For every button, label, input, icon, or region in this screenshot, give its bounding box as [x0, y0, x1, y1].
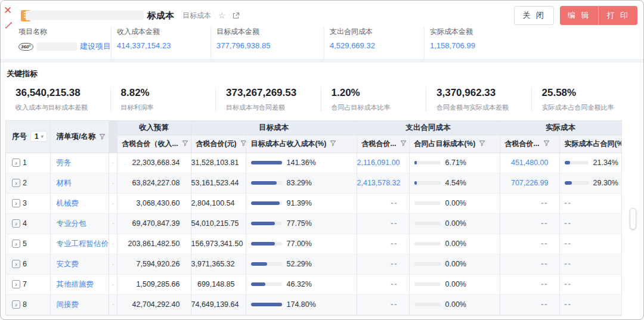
kpi-item: 8.82%目标利润率 — [110, 87, 216, 112]
metric-value[interactable]: 414,337,154.23 — [117, 41, 210, 50]
filter-icon[interactable] — [182, 140, 188, 147]
group-header-actual: 实际成本 — [500, 121, 621, 135]
kpi-value: 36,540,215.38 — [16, 87, 110, 99]
row-expand-icon[interactable]: › — [12, 280, 20, 288]
actual-pct-cell: -- — [559, 193, 621, 213]
filter-icon[interactable] — [400, 140, 407, 147]
percent-value: 4.54% — [445, 179, 466, 187]
item-name-link[interactable]: 间接费 — [57, 300, 79, 309]
project-label: 项目名称 — [18, 27, 111, 37]
project-name-link[interactable]: 建设项目 — [80, 41, 111, 52]
filter-icon[interactable] — [330, 140, 336, 147]
percent-value: 0.00% — [445, 280, 466, 288]
row-expand-icon[interactable]: › — [12, 199, 20, 207]
row-number: 5 — [23, 240, 27, 248]
item-name-link[interactable]: 专业工程暂估价 — [57, 240, 109, 248]
metric-value[interactable]: 1,158,706.99 — [430, 41, 643, 50]
progress-bar — [251, 161, 282, 164]
seq-column-header: 序号 1▼ — [6, 121, 50, 153]
percent-value: 29.30% — [593, 179, 618, 187]
kpi-value: 8.82% — [121, 87, 216, 99]
empty-value-dash: -- — [541, 260, 548, 268]
actual-pct-cell: -- — [559, 213, 621, 234]
target-amount-cell: 74,649,139.64 — [191, 294, 246, 315]
filter-icon[interactable] — [99, 133, 106, 140]
subheader-target-pct: 目标成本占收入成本(%) — [246, 135, 357, 153]
contract-amount-cell: 2,413,578.32 — [357, 173, 409, 193]
project-360-icon[interactable]: 360° — [18, 43, 33, 51]
income-amount-cell: 7,594,920.26 — [117, 254, 191, 274]
amount-link[interactable]: 2,413,578.32 — [357, 179, 401, 187]
edit-button[interactable]: 编 辑 — [560, 6, 599, 25]
vertical-scrollbar-thumb[interactable] — [630, 208, 636, 229]
item-name-link[interactable]: 材料 — [57, 179, 72, 187]
progress-bar — [414, 222, 441, 225]
actual-amount-cell: -- — [500, 193, 559, 213]
item-name-link[interactable]: 机械费 — [57, 199, 79, 207]
summary-metric: 收入成本金额 414,337,154.23 — [111, 27, 210, 59]
cost-detail-window: ✕ 标成本 目标成本 ☆ 关 闭 编 辑 打 印 项目名称 360° — [0, 0, 644, 320]
expand-diagonal-icon[interactable] — [5, 21, 13, 32]
empty-value-dash: -- — [541, 219, 548, 228]
item-name-link[interactable]: 专业分包 — [57, 219, 86, 228]
empty-value-dash: -- — [541, 300, 548, 309]
seq-cell: ›7 — [6, 274, 50, 294]
favorite-star-icon[interactable]: ☆ — [218, 11, 226, 20]
filter-icon[interactable] — [479, 140, 485, 147]
target-pct-cell: 83.29% — [246, 173, 357, 193]
redacted-title-block — [26, 11, 144, 20]
progress-bar — [251, 181, 282, 185]
percent-value: 46.32% — [287, 280, 312, 288]
page-subtitle: 目标成本 — [182, 11, 211, 21]
progress-bar — [565, 161, 589, 164]
contract-amount-cell: -- — [357, 213, 409, 234]
kpi-value: 373,267,269.53 — [226, 87, 321, 99]
row-number: 8 — [23, 300, 27, 309]
item-name-link[interactable]: 其他措施费 — [57, 280, 94, 288]
contract-pct-cell: 0.00% — [409, 254, 500, 274]
progress-bar — [251, 262, 282, 266]
row-expand-icon[interactable]: › — [12, 159, 20, 167]
print-button[interactable]: 打 印 — [598, 6, 637, 25]
row-expand-icon[interactable]: › — [12, 219, 20, 228]
progress-bar — [414, 161, 441, 164]
row-expand-icon[interactable]: › — [12, 260, 20, 268]
amount-link[interactable]: 2,116,091.00 — [357, 159, 400, 167]
amount-link[interactable]: 451,480.00 — [511, 159, 549, 167]
kpi-label: 合同金额与实际成本差额 — [436, 103, 531, 112]
filter-icon[interactable] — [240, 140, 246, 147]
edit-print-button-group: 编 辑 打 印 — [560, 6, 637, 25]
kpi-item: 3,370,962.33合同金额与实际成本差额 — [426, 87, 531, 112]
group-header-contract: 支出合同成本 — [357, 121, 500, 135]
collapsed-column-cell: · — [109, 173, 117, 193]
table-row: ›3机械费·3,068,430.602,804,100.5491.39%--0.… — [6, 193, 621, 213]
close-icon[interactable]: ✕ — [4, 5, 12, 15]
metric-value[interactable]: 4,529,669.32 — [330, 41, 424, 50]
subheader-income-amount: 含税合价（收入... — [117, 135, 191, 153]
metric-value[interactable]: 377,796,938.85 — [216, 41, 324, 50]
edge-icon-strip: ✕ — [1, 1, 16, 48]
summary-metric: 实际成本金额 1,158,706.99 — [424, 27, 643, 59]
progress-bar — [414, 181, 441, 185]
item-name-link[interactable]: 安文费 — [57, 260, 79, 268]
row-expand-icon[interactable]: › — [12, 300, 20, 309]
row-number: 7 — [23, 280, 27, 288]
target-pct-cell: 77.75% — [246, 213, 357, 234]
close-button[interactable]: 关 闭 — [514, 6, 554, 25]
seq-level-dropdown[interactable]: 1▼ — [30, 131, 47, 142]
kpi-section: 关键指标 36,540,215.38收入成本与目标成本差额8.82%目标利润率3… — [1, 63, 643, 116]
item-name-link[interactable]: 劳务 — [57, 159, 72, 167]
seq-cell: ›6 — [6, 254, 50, 274]
income-amount-cell: 203,861,482.50 — [117, 234, 191, 254]
empty-value-dash: -- — [541, 240, 548, 248]
filter-icon[interactable] — [543, 140, 550, 147]
row-expand-icon[interactable]: › — [12, 179, 20, 187]
external-link-icon[interactable] — [232, 12, 240, 20]
target-amount-cell: 31,528,103.81 — [191, 153, 246, 173]
row-expand-icon[interactable]: › — [12, 240, 20, 248]
amount-link[interactable]: 707,226.99 — [511, 179, 549, 187]
target-amount-cell: 53,161,523.44 — [191, 173, 246, 193]
progress-bar — [251, 282, 282, 286]
seq-cell: ›1 — [6, 153, 50, 173]
empty-value-dash: -- — [391, 260, 398, 268]
